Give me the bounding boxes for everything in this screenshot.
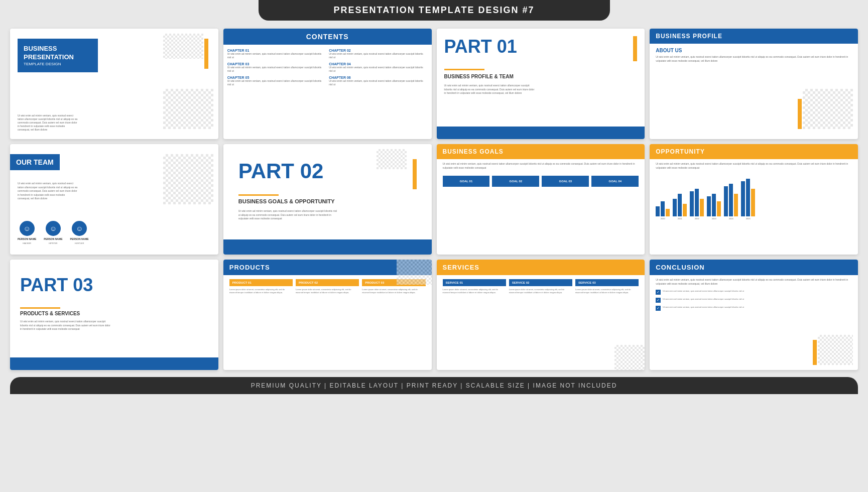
- bar-2025-1: [741, 181, 745, 216]
- business-profile-header: BUSINESS PROFILE: [650, 29, 858, 44]
- bar-2024-2: [729, 184, 733, 216]
- opportunity-text: Ut wisi enim ad minim veniam, quis nostr…: [650, 159, 858, 173]
- bar-2021-2: [678, 194, 682, 216]
- slide1-title1: BUSINESS: [24, 45, 92, 53]
- part01-subtitle: BUSINESS PROFILE & TEAM: [444, 74, 514, 79]
- bar-label-2020: 2020: [661, 217, 665, 220]
- bar-2021-1: [673, 199, 677, 216]
- chapter-06-title: CHAPTER 06: [329, 76, 427, 79]
- goal-03: GOAL 03: [542, 176, 589, 187]
- conclusion-checklist: ✓ Ut wisi enim ad minim veniam, quis nos…: [650, 288, 858, 316]
- profile-checker: [803, 89, 853, 129]
- member3-role: HUSTLER: [75, 242, 84, 244]
- chapter-05-text: Ut wisi enim ad minim veniam, quis nostr…: [227, 79, 326, 86]
- slide-products: PRODUCTS PRODUCT 01 Lorem ipsum dolor si…: [223, 260, 432, 370]
- business-goals-header: BUSINESS GOALS: [437, 144, 645, 159]
- check-item-2: ✓ Ut wisi enim ad minim veniam, quis nos…: [656, 298, 852, 303]
- product-col-1: PRODUCT 01 Lorem ipsum dolor sit amet, c…: [229, 279, 293, 294]
- part02-yellow-bar: [413, 159, 417, 189]
- service-col-1: SERVICE 01 Lorem ipsum dolor sit amet, c…: [443, 279, 506, 294]
- bars-2023: [707, 194, 721, 216]
- bar-2025-3: [751, 189, 755, 216]
- part02-subtitle: BUSINESS GOALS & OPPORTUNITY: [238, 198, 335, 204]
- bars-2021: [673, 194, 687, 216]
- product-02-text: Lorem ipsum dolor sit amet, consectetur …: [296, 288, 359, 294]
- part03-text: Ut wisi enim ad minim veniam, quis nostr…: [20, 320, 110, 331]
- team-member-3: ☺ PERSON NAME HUSTLER: [70, 221, 88, 244]
- member2-name: PERSON NAME: [44, 237, 62, 240]
- service-02-text: Lorem ipsum dolor sit amet, consectetur …: [509, 288, 572, 294]
- bar-label-2022: 2022: [695, 217, 699, 220]
- contents-header: CONTENTS: [223, 29, 432, 45]
- bar-group-2024: 2024: [724, 184, 738, 220]
- service-col-2: SERVICE 02 Lorem ipsum dolor sit amet, c…: [509, 279, 572, 294]
- check-text-2: Ut wisi enim ad minim veniam, quis nostr…: [663, 298, 744, 301]
- service-02-title: SERVICE 02: [509, 279, 572, 286]
- team-checker: [163, 154, 213, 204]
- opportunity-header: OPPORTUNITY: [650, 144, 858, 159]
- product-02-title: PRODUCT 02: [296, 279, 359, 286]
- chapter-03-title: CHAPTER 03: [227, 62, 326, 66]
- member2-role: HIPSTER: [49, 242, 57, 244]
- check-item-1: ✓ Ut wisi enim ad minim veniam, quis nos…: [656, 290, 852, 295]
- chapter-02-text: Ut wisi enim ad minim veniam, quis nostr…: [329, 52, 427, 59]
- bar-2023-1: [707, 196, 711, 216]
- bar-2023-3: [717, 201, 721, 216]
- checkbox-icon-1: ✓: [656, 290, 661, 295]
- chapter-04: CHAPTER 04 Ut wisi enim ad minim veniam,…: [329, 62, 427, 73]
- checkbox-icon-3: ✓: [656, 306, 661, 311]
- slide-part01: PART 01 BUSINESS PROFILE & TEAM Ut wisi …: [437, 29, 645, 139]
- slide-business-presentation: BUSINESS PRESENTATION TEMPLATE DESIGN Ut…: [10, 29, 218, 139]
- bar-2022-2: [695, 189, 699, 216]
- avatar-2: ☺: [46, 221, 61, 236]
- bar-group-2023: 2023: [707, 194, 721, 220]
- bar-2020-3: [666, 209, 670, 216]
- part01-blue-bottom: [437, 127, 645, 139]
- avatar-1: ☺: [20, 221, 35, 236]
- slide1-title2: PRESENTATION: [24, 53, 92, 62]
- services-checker: [614, 345, 645, 370]
- top-bar: PRESENTATION TEMPLATE DESIGN #7: [259, 0, 610, 21]
- member3-name: PERSON NAME: [70, 237, 88, 240]
- part01-number: PART 01: [444, 36, 517, 57]
- bar-2025-2: [746, 179, 750, 216]
- products-checker: [397, 260, 432, 285]
- slide-conclusion: CONCLUSION Ut wisi enim ad minim veniam,…: [650, 260, 858, 370]
- services-header: SERVICES: [437, 260, 645, 275]
- opportunity-chart: 2020 2021 2022: [650, 173, 858, 223]
- goals-text: Ut wisi enim ad minim veniam, quis nostr…: [437, 159, 645, 173]
- chapter-03-text: Ut wisi enim ad minim veniam, quis nostr…: [227, 66, 326, 73]
- chapter-05-title: CHAPTER 05: [227, 76, 326, 79]
- part02-checker: [377, 149, 407, 169]
- bar-label-2024: 2024: [729, 217, 733, 220]
- member1-name: PERSON NAME: [18, 237, 36, 240]
- slide1-title3: TEMPLATE DESIGN: [24, 62, 92, 66]
- bar-2020-1: [656, 206, 660, 216]
- part02-orange-line: [238, 194, 279, 196]
- goal-02: GOAL 02: [492, 176, 539, 187]
- yellow-accent-bar: [204, 39, 208, 69]
- footer-bar: PREMIUM QUALITY | EDITABLE LAYOUT | PRIN…: [10, 377, 858, 394]
- bar-2022-3: [700, 199, 704, 216]
- slide-business-profile: BUSINESS PROFILE ABOUT US Ut wisi enim a…: [650, 29, 858, 139]
- part03-blue-bottom: [10, 357, 218, 370]
- chapter-02-title: CHAPTER 02: [329, 49, 427, 52]
- chapter-06: CHAPTER 06 Ut wisi enim ad minim veniam,…: [329, 76, 427, 86]
- team-member-2: ☺ PERSON NAME HIPSTER: [44, 221, 62, 244]
- slide-our-team: OUR TEAM Ut wisi enim ad minim veniam, q…: [10, 144, 218, 255]
- services-row: SERVICE 01 Lorem ipsum dolor sit amet, c…: [437, 275, 645, 298]
- conclusion-yellow-bar: [813, 340, 817, 365]
- main-title: PRESENTATION TEMPLATE DESIGN #7: [333, 5, 534, 15]
- check-text-3: Ut wisi enim ad minim veniam, quis nostr…: [663, 306, 744, 309]
- product-03-text: Lorem ipsum dolor sit amet, consectetur …: [362, 288, 425, 294]
- header-wrapper: PRESENTATION TEMPLATE DESIGN #7: [0, 0, 868, 21]
- slide-services: SERVICES SERVICE 01 Lorem ipsum dolor si…: [437, 260, 645, 370]
- service-01-title: SERVICE 01: [443, 279, 506, 286]
- chapter-06-text: Ut wisi enim ad minim veniam, quis nostr…: [329, 79, 427, 86]
- product-01-text: Lorem ipsum dolor sit amet, consectetur …: [229, 288, 293, 294]
- bar-group-2022: 2022: [690, 189, 704, 220]
- slides-grid: BUSINESS PRESENTATION TEMPLATE DESIGN Ut…: [0, 25, 868, 374]
- goals-row: GOAL 01 GOAL 02 GOAL 03 GOAL 04: [437, 173, 645, 190]
- bar-group-2021: 2021: [673, 194, 687, 220]
- part03-orange-line: [20, 307, 60, 309]
